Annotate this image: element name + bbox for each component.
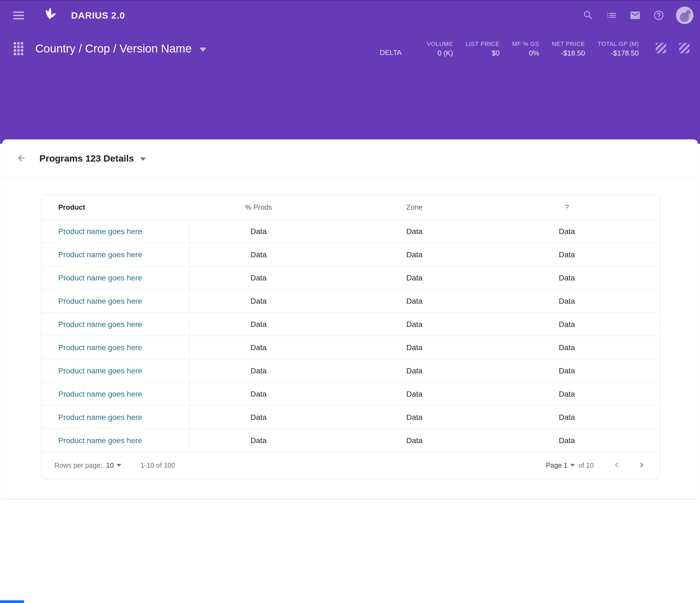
- chevron-down-icon[interactable]: [140, 157, 146, 161]
- table-pagination: Rows per page: 10 1-10 of 100 Page 1 of …: [42, 452, 660, 478]
- table-header-row: Product % Prods Zone ?: [42, 195, 660, 220]
- metric-value: 0 (K): [438, 49, 453, 57]
- metric: VOLUME 0 (K): [427, 41, 453, 57]
- metric: NET PRICE -$18.50: [552, 41, 585, 57]
- product-cell: Product name goes here: [42, 220, 190, 243]
- zone-cell: Data: [328, 274, 501, 282]
- help-button[interactable]: [653, 9, 665, 21]
- context-title: Country / Crop / Version Name: [35, 42, 192, 55]
- mail-button[interactable]: [629, 9, 641, 21]
- chevron-down-icon[interactable]: [117, 464, 121, 467]
- table-row: Product name goes here Data Data Data: [42, 382, 660, 405]
- prods-cell: Data: [190, 436, 328, 445]
- rows-per-page-label: Rows per page:: [54, 461, 102, 469]
- app-title: DARIUS 2.0: [71, 10, 125, 21]
- prods-cell: Data: [190, 227, 328, 236]
- table-row: Product name goes here Data Data Data: [42, 429, 660, 452]
- zone-cell: Data: [328, 320, 501, 329]
- table-row: Product name goes here Data Data Data: [42, 220, 660, 243]
- table-row: Product name goes here Data Data Data: [42, 359, 660, 382]
- metric-value: -$178.50: [610, 49, 639, 57]
- metric-label: TOTAL GP (M): [597, 41, 639, 48]
- list-icon: [606, 9, 618, 21]
- data-table: Product % Prods Zone ? Product name goes…: [42, 195, 660, 479]
- product-cell: Product name goes here: [42, 406, 190, 429]
- list-button[interactable]: [606, 9, 618, 21]
- product-cell: Product name goes here: [42, 266, 190, 290]
- table-row: Product name goes here Data Data Data: [42, 405, 660, 429]
- zone-cell: Data: [328, 367, 501, 375]
- q-cell: Data: [501, 250, 632, 259]
- page-controls: Page 1 of 10: [546, 460, 647, 471]
- context-selector[interactable]: Country / Crop / Version Name: [35, 42, 206, 55]
- avatar[interactable]: [676, 6, 694, 24]
- prods-cell: Data: [190, 274, 328, 282]
- content-card: Programs 123 Details Product % Prods Zon…: [2, 140, 698, 499]
- product-link[interactable]: Product name goes here: [58, 367, 142, 375]
- table-row: Product name goes here Data Data Data: [42, 289, 660, 312]
- zone-cell: Data: [328, 436, 501, 445]
- table-body: Product name goes here Data Data Data Pr…: [42, 220, 660, 452]
- metric: MF % GS 0%: [512, 41, 539, 57]
- chevron-down-icon[interactable]: [570, 464, 575, 467]
- product-link[interactable]: Product name goes here: [58, 390, 142, 399]
- q-cell: Data: [501, 413, 632, 422]
- rows-per-page-value[interactable]: 10: [106, 461, 114, 469]
- product-cell: Product name goes here: [42, 243, 190, 266]
- q-cell: Data: [501, 227, 632, 236]
- delta-label: DELTA: [380, 49, 402, 57]
- column-header-q: ?: [501, 203, 632, 211]
- metric-label: MF % GS: [512, 41, 539, 48]
- prods-cell: Data: [190, 413, 328, 422]
- product-link[interactable]: Product name goes here: [58, 343, 142, 352]
- grid-icon: [14, 42, 23, 55]
- metric-value: 0%: [529, 49, 539, 57]
- prods-cell: Data: [190, 367, 328, 375]
- stripes-icon[interactable]: [679, 43, 690, 53]
- metrics-summary: DELTA VOLUME 0 (K) LIST PRICE $0 MF % GS: [380, 41, 690, 57]
- product-link[interactable]: Product name goes here: [58, 274, 142, 282]
- page-select-value[interactable]: Page 1: [546, 461, 567, 469]
- search-icon: [582, 9, 594, 21]
- prods-cell: Data: [190, 390, 328, 399]
- back-button[interactable]: [16, 153, 27, 164]
- rows-range: 1-10 of 100: [141, 461, 175, 469]
- product-link[interactable]: Product name goes here: [58, 436, 142, 445]
- search-button[interactable]: [582, 9, 594, 21]
- q-cell: Data: [501, 343, 632, 352]
- zone-cell: Data: [328, 390, 501, 399]
- q-cell: Data: [501, 274, 632, 282]
- chevron-left-icon: [612, 460, 622, 470]
- product-link[interactable]: Product name goes here: [58, 250, 142, 259]
- q-cell: Data: [501, 390, 632, 399]
- table-row: Product name goes here Data Data Data: [42, 336, 660, 359]
- page-header: Programs 123 Details: [2, 140, 698, 177]
- metric-value: $0: [492, 49, 500, 57]
- q-cell: Data: [501, 367, 632, 375]
- product-link[interactable]: Product name goes here: [58, 297, 142, 306]
- context-bar: Country / Crop / Version Name DELTA VOLU…: [0, 31, 700, 67]
- page-count-label: of 10: [578, 461, 594, 469]
- mail-icon: [629, 9, 641, 21]
- product-link[interactable]: Product name goes here: [58, 320, 142, 329]
- q-cell: Data: [501, 320, 632, 329]
- leaves-logo-icon: [40, 6, 59, 25]
- previous-page-button[interactable]: [611, 460, 622, 471]
- product-link[interactable]: Product name goes here: [58, 227, 142, 236]
- grid-menu-button[interactable]: [14, 42, 23, 55]
- app-header: DARIUS 2.0 Country / Crop / Version Name…: [0, 0, 700, 144]
- product-cell: Product name goes here: [42, 336, 190, 359]
- column-header-zone: Zone: [328, 203, 501, 211]
- metric-label: NET PRICE: [552, 41, 585, 48]
- next-page-button[interactable]: [636, 460, 647, 471]
- product-link[interactable]: Product name goes here: [58, 413, 142, 422]
- stripes-icon[interactable]: [656, 43, 666, 53]
- product-cell: Product name goes here: [42, 313, 190, 336]
- metric-label: VOLUME: [427, 41, 453, 48]
- page-title: Programs 123 Details: [40, 153, 134, 164]
- zone-cell: Data: [328, 297, 501, 306]
- table-row: Product name goes here Data Data Data: [42, 312, 660, 336]
- zone-cell: Data: [328, 413, 501, 422]
- menu-icon: [13, 11, 24, 19]
- menu-button[interactable]: [13, 11, 24, 19]
